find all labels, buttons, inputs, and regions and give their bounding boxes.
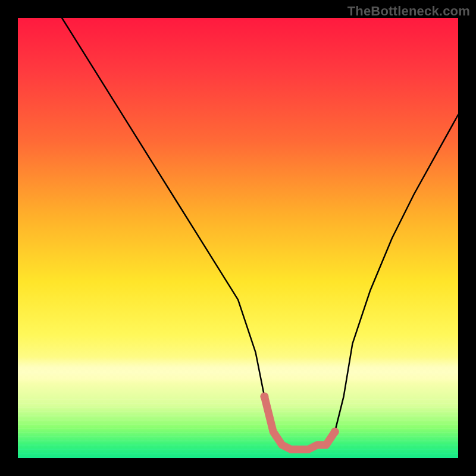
optimal-range-marker <box>264 396 334 449</box>
curve-layer <box>18 18 458 458</box>
optimal-range-dot-left <box>260 392 268 400</box>
plot-area <box>18 18 458 458</box>
optimal-range-dot-right <box>331 428 339 436</box>
chart-frame: TheBottleneck.com <box>0 0 476 476</box>
watermark-text: TheBottleneck.com <box>347 4 470 19</box>
bottleneck-curve <box>62 18 458 449</box>
